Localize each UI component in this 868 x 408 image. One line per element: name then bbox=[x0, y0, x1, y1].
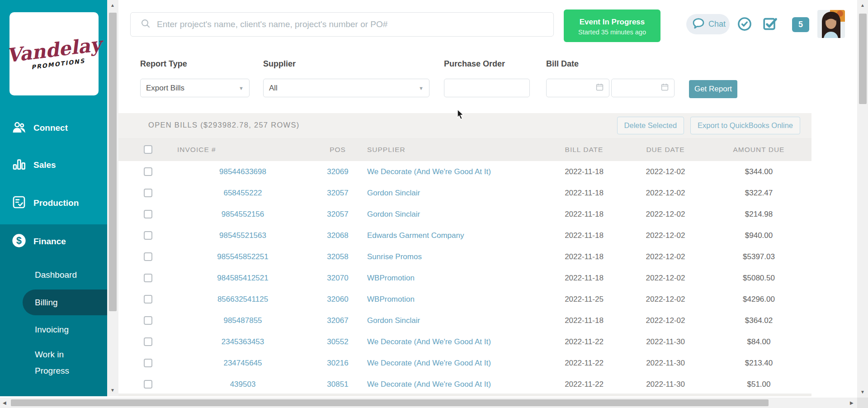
page-horizontal-scrollbar[interactable]: ◀ ▶ bbox=[0, 398, 857, 408]
purchase-order-input[interactable] bbox=[450, 84, 524, 93]
chat-bubble-icon bbox=[692, 17, 705, 32]
company-logo[interactable]: Vandelay PROMOTIONS bbox=[9, 12, 99, 95]
bill-date-to-input[interactable] bbox=[617, 84, 658, 93]
invoice-link[interactable]: 9854552156 bbox=[177, 210, 308, 219]
supplier-link[interactable]: Gordon Sinclair bbox=[367, 189, 543, 198]
scroll-down-arrow[interactable]: ▼ bbox=[110, 388, 115, 393]
supplier-link[interactable]: Sunrise Promos bbox=[367, 252, 543, 261]
amount-due-cell: $344.00 bbox=[706, 167, 811, 176]
scrollbar-thumb[interactable] bbox=[109, 13, 117, 311]
sidebar-item-label: Connect bbox=[33, 123, 68, 133]
pos-link[interactable]: 32070 bbox=[308, 274, 367, 283]
event-in-progress-button[interactable]: Event In Progress Started 35 minutes ago bbox=[564, 9, 660, 42]
pos-link[interactable]: 32068 bbox=[308, 231, 367, 240]
scrollbar-thumb[interactable] bbox=[11, 399, 769, 406]
row-checkbox[interactable] bbox=[144, 359, 152, 367]
bill-date-cell: 2022-11-18 bbox=[543, 231, 625, 240]
export-quickbooks-button[interactable]: Export to QuickBooks Online bbox=[690, 117, 800, 134]
sidebar-item-analysis-clipped[interactable]: Analysis bbox=[0, 392, 107, 396]
supplier-link[interactable]: We Decorate (And We're Good At It) bbox=[367, 167, 543, 176]
search-input[interactable] bbox=[157, 19, 553, 29]
invoice-link[interactable]: 2345363453 bbox=[177, 337, 308, 346]
user-avatar[interactable] bbox=[817, 10, 845, 38]
scrollbar-thumb[interactable] bbox=[859, 14, 867, 104]
sidebar-item-production[interactable]: Production bbox=[0, 189, 107, 217]
supplier-link[interactable]: Gordon Sinclair bbox=[367, 316, 543, 325]
bill-date-to-field[interactable] bbox=[611, 79, 675, 97]
scroll-left-arrow[interactable]: ◀ bbox=[3, 401, 6, 405]
due-date-cell: 2022-12-02 bbox=[625, 295, 706, 304]
tasks-check-icon[interactable] bbox=[762, 16, 778, 32]
supplier-link[interactable]: WBPromotion bbox=[367, 295, 543, 304]
row-checkbox[interactable] bbox=[144, 337, 152, 346]
pos-link[interactable]: 32057 bbox=[308, 189, 367, 198]
scroll-up-arrow[interactable]: ▲ bbox=[860, 3, 865, 8]
supplier-link[interactable]: We Decorate (And We're Good At It) bbox=[367, 380, 543, 389]
invoice-link[interactable]: 234745645 bbox=[177, 359, 308, 368]
pos-link[interactable]: 30216 bbox=[308, 359, 367, 368]
chat-button[interactable]: Chat bbox=[686, 14, 730, 34]
sub-item-label: Billing bbox=[35, 298, 58, 308]
supplier-link[interactable]: Edwards Garment Company bbox=[367, 231, 543, 240]
supplier-link[interactable]: Gordon Sinclair bbox=[367, 210, 543, 219]
invoice-link[interactable]: 658455222 bbox=[177, 189, 308, 198]
row-checkbox[interactable] bbox=[144, 189, 152, 197]
pos-link[interactable]: 30552 bbox=[308, 337, 367, 346]
column-header-bill-date: BILL DATE bbox=[543, 146, 625, 154]
row-checkbox[interactable] bbox=[144, 167, 152, 176]
row-checkbox[interactable] bbox=[144, 252, 152, 261]
column-header-invoice: INVOICE # bbox=[177, 146, 308, 154]
select-all-checkbox[interactable] bbox=[144, 145, 152, 154]
page-vertical-scrollbar[interactable]: ▲ ▼ bbox=[857, 0, 868, 398]
get-report-button[interactable]: Get Report bbox=[689, 80, 737, 98]
bill-date-from-field[interactable] bbox=[546, 79, 609, 97]
report-type-select[interactable]: Export Bills ▼ bbox=[140, 79, 250, 97]
bill-date-from-input[interactable] bbox=[552, 84, 593, 93]
sidebar-item-connect[interactable]: Connect bbox=[0, 114, 107, 142]
pos-link[interactable]: 30851 bbox=[308, 380, 367, 389]
pos-link[interactable]: 32058 bbox=[308, 252, 367, 261]
dollar-circle-icon: $ bbox=[12, 233, 26, 250]
delete-selected-button[interactable]: Delete Selected bbox=[617, 117, 684, 134]
invoice-link[interactable]: 98544633698 bbox=[177, 167, 308, 176]
row-checkbox[interactable] bbox=[144, 210, 152, 218]
inner-vertical-scrollbar[interactable]: ▲ ▼ bbox=[107, 0, 118, 396]
invoice-link[interactable]: 98545521563 bbox=[177, 231, 308, 240]
pos-link[interactable]: 32060 bbox=[308, 295, 367, 304]
sidebar-item-invoicing[interactable]: Invoicing bbox=[0, 318, 107, 342]
supplier-link[interactable]: WBPromotion bbox=[367, 274, 543, 283]
invoice-link[interactable]: 985545852251 bbox=[177, 252, 308, 261]
row-checkbox[interactable] bbox=[144, 295, 152, 304]
clock-icon[interactable] bbox=[737, 16, 752, 32]
invoice-link[interactable]: 985487855 bbox=[177, 316, 308, 325]
pos-link[interactable]: 32067 bbox=[308, 316, 367, 325]
sidebar-item-sales[interactable]: Sales bbox=[0, 151, 107, 179]
supplier-select[interactable]: All ▼ bbox=[263, 79, 429, 97]
sidebar-item-work-in-progress[interactable]: Work in Progress bbox=[0, 345, 95, 381]
supplier-link[interactable]: We Decorate (And We're Good At It) bbox=[367, 359, 543, 368]
scroll-down-arrow[interactable]: ▼ bbox=[860, 390, 865, 394]
sidebar-item-dashboard[interactable]: Dashboard bbox=[0, 263, 107, 287]
invoice-link[interactable]: 439503 bbox=[177, 380, 308, 389]
sidebar-item-finance[interactable]: $ Finance bbox=[0, 228, 107, 256]
invoice-link[interactable]: 856632541125 bbox=[177, 295, 308, 304]
scroll-up-arrow[interactable]: ▲ bbox=[110, 3, 115, 8]
supplier-link[interactable]: We Decorate (And We're Good At It) bbox=[367, 337, 543, 346]
event-subtitle: Started 35 minutes ago bbox=[564, 28, 660, 36]
row-checkbox[interactable] bbox=[144, 231, 152, 240]
column-header-supplier: SUPPLIER bbox=[367, 146, 543, 154]
sidebar-item-billing-active[interactable]: Billing bbox=[23, 289, 107, 315]
pos-link[interactable]: 32057 bbox=[308, 210, 367, 219]
bar-chart-icon bbox=[12, 157, 26, 173]
bill-date-cell: 2022-11-18 bbox=[543, 252, 625, 261]
purchase-order-field[interactable] bbox=[444, 79, 530, 97]
row-checkbox[interactable] bbox=[144, 274, 152, 282]
invoice-link[interactable]: 984585412521 bbox=[177, 274, 308, 283]
checklist-icon bbox=[12, 195, 26, 211]
row-checkbox[interactable] bbox=[144, 380, 152, 389]
pos-link[interactable]: 32069 bbox=[308, 167, 367, 176]
row-checkbox[interactable] bbox=[144, 316, 152, 325]
notification-badge[interactable]: 5 bbox=[792, 17, 809, 32]
amount-due-cell: $364.02 bbox=[706, 316, 811, 325]
scroll-right-arrow[interactable]: ▶ bbox=[850, 401, 854, 405]
